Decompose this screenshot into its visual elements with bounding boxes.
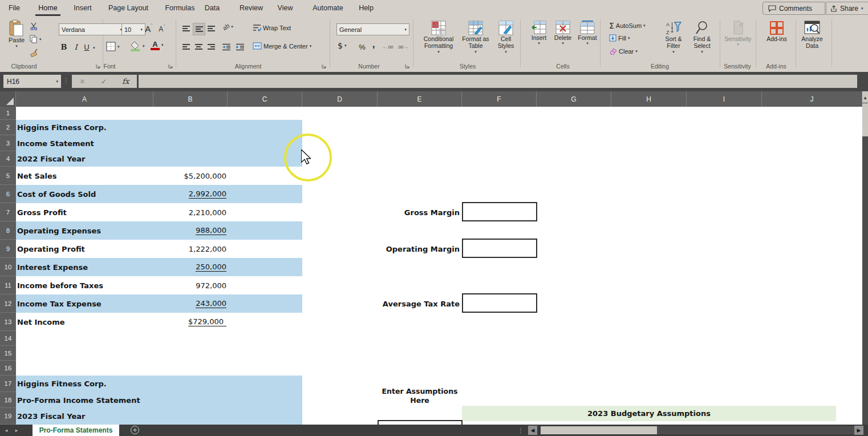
row-header-17[interactable]: 17 — [0, 376, 16, 392]
column-header-d[interactable]: D — [302, 91, 378, 107]
row-header-15[interactable]: 15 — [0, 346, 16, 361]
column-header-c[interactable]: C — [228, 91, 302, 107]
sheet-tab-proforma-statements[interactable]: Pro-Forma Statements — [33, 425, 119, 436]
row-header-12[interactable]: 12 — [0, 294, 16, 313]
ratio-input-gross-margin[interactable] — [462, 202, 537, 221]
insert-function-icon[interactable]: fx — [122, 77, 129, 86]
cancel-entry-icon[interactable]: ✕ — [80, 78, 86, 86]
row-header-1[interactable]: 1 — [0, 107, 16, 120]
number-format-select[interactable]: General ▾ — [336, 23, 409, 35]
column-header-f[interactable]: F — [462, 91, 537, 107]
font-dialog-launcher[interactable] — [168, 63, 173, 69]
add-ins-button[interactable]: Add-ins — [763, 21, 790, 42]
bottom-align-button[interactable] — [205, 23, 217, 34]
next-sheet-icon[interactable]: ▸ — [11, 425, 22, 436]
cell-styles-button[interactable]: Cell Styles ▾ — [494, 21, 518, 54]
fill-color-button[interactable]: ▾ — [130, 41, 145, 51]
underline-button[interactable]: U — [82, 41, 91, 53]
row-header-3[interactable]: 3 — [0, 135, 16, 151]
wrap-text-button[interactable]: Wrap Text — [253, 24, 291, 31]
comments-button[interactable]: Comments — [762, 2, 826, 15]
scroll-up-icon[interactable]: ▲ — [862, 91, 868, 103]
tab-bar-resize-handle-icon[interactable]: ⋮ — [518, 425, 524, 436]
confirm-entry-icon[interactable]: ✓ — [101, 78, 107, 86]
ribbon-tab-data[interactable]: Data — [201, 0, 224, 16]
ribbon-tab-page-layout[interactable]: Page Layout — [104, 0, 153, 16]
font-size-select[interactable]: 10 ▾ — [121, 23, 145, 35]
autosum-button[interactable]: Σ AutoSum ▾ — [609, 21, 646, 30]
previous-sheet-icon[interactable]: ◂ — [1, 425, 11, 436]
row-header-16[interactable]: 16 — [0, 361, 16, 376]
orientation-button[interactable]: ab ▾ — [222, 23, 233, 30]
merge-center-button[interactable]: Merge & Center ▾ — [253, 42, 311, 50]
row-header-6[interactable]: 6 — [0, 185, 16, 203]
ratio-input-operating-margin[interactable] — [462, 239, 537, 258]
column-header-h[interactable]: H — [611, 91, 687, 107]
decrease-font-size-button[interactable]: A˅ — [156, 23, 168, 35]
decrease-decimal-button[interactable]: .00→ — [396, 42, 409, 51]
ribbon-tab-formulas[interactable]: Formulas — [161, 0, 198, 16]
column-header-e[interactable]: E — [378, 91, 462, 107]
decrease-indent-button[interactable] — [220, 41, 233, 53]
bold-button[interactable]: B — [59, 41, 68, 53]
format-cells-button[interactable]: Format ▾ — [576, 21, 599, 46]
formula-bar-handle-icon[interactable]: ⋮ — [63, 77, 69, 84]
clear-button[interactable]: Clear ▾ — [609, 47, 638, 55]
cut-button[interactable] — [30, 22, 38, 30]
row-header-18[interactable]: 18 — [0, 392, 16, 408]
font-name-select[interactable]: Verdana ▾ — [59, 23, 125, 35]
column-header-b[interactable]: B — [153, 91, 228, 107]
ribbon-tab-automate[interactable]: Automate — [308, 0, 348, 16]
row-header-14[interactable]: 14 — [0, 331, 16, 346]
select-all-corner[interactable] — [0, 91, 16, 107]
name-box[interactable]: H16 ▾ — [3, 75, 61, 88]
insert-cells-button[interactable]: Insert ▾ — [528, 21, 550, 46]
comma-format-button[interactable]: , — [370, 39, 378, 50]
scroll-left-icon[interactable]: ◀ — [528, 426, 537, 435]
ribbon-tab-view[interactable]: View — [274, 0, 297, 16]
align-center-button[interactable] — [193, 41, 204, 53]
formula-input[interactable] — [139, 75, 857, 88]
scroll-right-icon[interactable]: ▶ — [854, 426, 863, 435]
conditional-formatting-button[interactable]: Conditional Formatting ▾ — [420, 21, 457, 54]
percent-format-button[interactable]: % — [357, 41, 367, 53]
horizontal-scrollbar-thumb[interactable] — [541, 426, 657, 434]
find-select-button[interactable]: Find & Select ▾ — [688, 21, 716, 54]
vertical-scrollbar-thumb[interactable] — [862, 103, 868, 136]
copy-button[interactable]: ▾ — [30, 35, 42, 43]
increase-decimal-button[interactable]: ←.00 — [381, 42, 395, 51]
ratio-input-aversage-tax-rate[interactable] — [462, 293, 537, 313]
sort-filter-button[interactable]: AZ Sort & Filter ▾ — [659, 21, 688, 54]
italic-button[interactable]: I — [72, 41, 80, 53]
paste-button[interactable]: Paste ▾ — [5, 19, 29, 49]
clipboard-dialog-launcher[interactable] — [95, 63, 101, 69]
assumption-input-partial[interactable] — [378, 420, 463, 425]
delete-cells-button[interactable]: Delete ▾ — [552, 21, 574, 46]
fill-button[interactable]: Fill ▾ — [609, 34, 630, 42]
horizontal-scrollbar-track[interactable] — [657, 426, 854, 434]
row-header-9[interactable]: 9 — [0, 240, 16, 258]
top-align-button[interactable] — [180, 23, 192, 34]
new-sheet-icon[interactable]: + — [131, 426, 139, 434]
vertical-scrollbar[interactable]: ▲ — [862, 91, 868, 425]
row-header-13[interactable]: 13 — [0, 313, 16, 331]
analyze-data-button[interactable]: Analyze Data — [797, 21, 827, 50]
column-header-i[interactable]: I — [687, 91, 762, 107]
ribbon-tab-review[interactable]: Review — [237, 0, 266, 16]
row-header-2[interactable]: 2 — [0, 120, 16, 135]
currency-format-button[interactable]: $ ▾ — [338, 41, 346, 50]
align-left-button[interactable] — [180, 41, 192, 53]
ribbon-tab-insert[interactable]: Insert — [70, 0, 96, 16]
column-header-j[interactable]: J — [762, 91, 862, 107]
format-as-table-button[interactable]: Format as Table ▾ — [460, 21, 492, 54]
ribbon-tab-file[interactable]: File — [6, 0, 23, 16]
format-painter-button[interactable] — [30, 48, 39, 57]
cell-grid[interactable]: Higgins Fitness Corp.Income Statement202… — [16, 107, 862, 425]
row-header-7[interactable]: 7 — [0, 203, 16, 221]
ribbon-tab-help[interactable]: Help — [356, 0, 376, 16]
row-header-19[interactable]: 19 — [0, 408, 16, 425]
increase-font-size-button[interactable]: A˄ — [143, 22, 155, 35]
borders-button[interactable]: ▾ — [106, 42, 120, 51]
increase-indent-button[interactable] — [234, 41, 246, 53]
row-header-4[interactable]: 4 — [0, 151, 16, 167]
